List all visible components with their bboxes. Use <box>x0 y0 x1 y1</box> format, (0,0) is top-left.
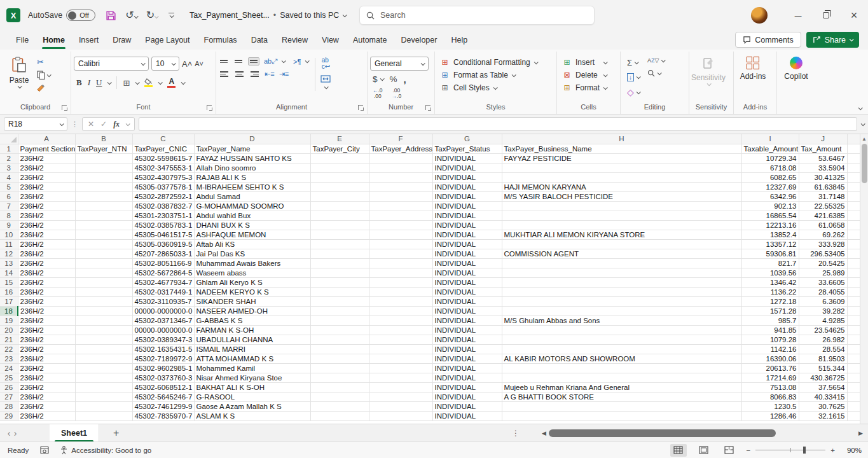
cell-filler-18[interactable] <box>847 306 860 316</box>
increase-indent-button[interactable]: ⇥≡ <box>279 70 289 78</box>
font-dialog-launcher-icon[interactable] <box>207 105 212 110</box>
cell-A24[interactable]: 236H/2 <box>18 363 75 373</box>
merge-center-chevron-icon[interactable] <box>324 85 329 89</box>
cell-E28[interactable] <box>310 401 369 411</box>
cell-G13[interactable]: INDIVIDUAL <box>432 258 502 268</box>
cell-I8[interactable]: 16865.54 <box>741 211 799 220</box>
row-header-24[interactable]: 24 <box>0 363 18 373</box>
align-center-button[interactable] <box>234 69 245 79</box>
cell-A19[interactable]: 236H/2 <box>18 316 75 325</box>
percent-format-button[interactable]: % <box>390 74 397 84</box>
italic-button[interactable]: I <box>88 78 90 88</box>
addins-button[interactable]: Add-ins <box>736 53 769 81</box>
cell-B20[interactable] <box>75 325 132 335</box>
cell-A23[interactable]: 236H/2 <box>18 354 75 363</box>
cell-filler-25[interactable] <box>847 373 860 382</box>
cell-E14[interactable] <box>310 268 369 277</box>
orientation-button[interactable]: ab⤢ <box>264 57 277 66</box>
cell-filler-11[interactable] <box>847 239 860 249</box>
cell-E9[interactable] <box>310 220 369 230</box>
cell-H17[interactable] <box>502 296 741 306</box>
cell-filler-5[interactable] <box>847 182 860 191</box>
cell-E11[interactable] <box>310 239 369 249</box>
cell-F15[interactable] <box>369 277 432 287</box>
delete-cells-button[interactable]: ⊠Delete <box>562 71 607 80</box>
cell-I17[interactable]: 1272.18 <box>741 296 799 306</box>
cell-J14[interactable]: 25.989 <box>799 268 847 277</box>
cell-I10[interactable]: 13852.4 <box>741 230 799 239</box>
cell-G12[interactable]: INDIVIDUAL <box>432 249 502 258</box>
cell-H6[interactable]: M/S YASIR BALOCH PESTICIDE <box>502 191 741 201</box>
cell-E6[interactable] <box>310 191 369 201</box>
cell-C19[interactable]: 45302-0371346-7 <box>132 316 194 325</box>
cell-F4[interactable] <box>369 172 432 182</box>
cell-E22[interactable] <box>310 344 369 354</box>
scroll-up-icon[interactable]: ▲ <box>862 134 867 143</box>
font-name-select[interactable]: Calibri <box>74 57 149 71</box>
row-header-14[interactable]: 14 <box>0 268 18 277</box>
zoom-thumb[interactable] <box>803 447 806 454</box>
column-header-G[interactable]: G <box>432 134 502 144</box>
cell-J24[interactable]: 515.344 <box>799 363 847 373</box>
cell-A4[interactable]: 236H/2 <box>18 172 75 182</box>
cell-G15[interactable]: INDIVIDUAL <box>432 277 502 287</box>
cell-F8[interactable] <box>369 211 432 220</box>
cell-B21[interactable] <box>75 335 132 344</box>
alignment-dialog-launcher-icon[interactable] <box>358 105 363 110</box>
row-header-25[interactable]: 25 <box>0 373 18 382</box>
row-header-6[interactable]: 6 <box>0 191 18 201</box>
cell-D18[interactable]: NASEER AHMED-OH <box>194 306 310 316</box>
fx-chevron-icon[interactable] <box>126 121 130 126</box>
wrap-text-button[interactable]: abc↩ <box>322 57 330 70</box>
scroll-left-icon[interactable]: ◀ <box>542 430 546 436</box>
column-header-E[interactable]: E <box>310 134 369 144</box>
row-header-19[interactable]: 19 <box>0 316 18 325</box>
cell-J12[interactable]: 296.53405 <box>799 249 847 258</box>
cell-E25[interactable] <box>310 373 369 382</box>
horizontal-scroll-thumb[interactable] <box>549 429 776 437</box>
format-painter-button[interactable] <box>37 84 50 92</box>
cell-D2[interactable]: FAYAZ HUSSAIN SAHTO KS <box>194 153 310 163</box>
cell-H7[interactable] <box>502 201 741 211</box>
cell-F2[interactable] <box>369 153 432 163</box>
cell-A13[interactable]: 236H/2 <box>18 258 75 268</box>
cell-H14[interactable] <box>502 268 741 277</box>
cell-filler-10[interactable] <box>847 230 860 239</box>
merge-center-button[interactable] <box>320 75 331 85</box>
cell-B9[interactable] <box>75 220 132 230</box>
cell-H24[interactable] <box>502 363 741 373</box>
row-header-11[interactable]: 11 <box>0 239 18 249</box>
cell-I7[interactable]: 902.13 <box>741 201 799 211</box>
cell-E12[interactable] <box>310 249 369 258</box>
cell-I27[interactable]: 8066.83 <box>741 392 799 401</box>
cell-J21[interactable]: 26.982 <box>799 335 847 344</box>
cell-E23[interactable] <box>310 354 369 363</box>
column-header-H[interactable]: H <box>502 134 741 144</box>
cell-B7[interactable] <box>75 201 132 211</box>
cell-H16[interactable] <box>502 287 741 296</box>
cell-J8[interactable]: 421.6385 <box>799 211 847 220</box>
cell-F18[interactable] <box>369 306 432 316</box>
cell-D26[interactable]: BAKHAT ALI K S-OH <box>194 382 310 392</box>
cell-A3[interactable]: 236H/2 <box>18 163 75 172</box>
cell-G18[interactable]: INDIVIDUAL <box>432 306 502 316</box>
top-align-button[interactable] <box>219 58 229 65</box>
cell-filler-24[interactable] <box>847 363 860 373</box>
cell-D7[interactable]: G-MOHAMMAD SOOMRO <box>194 201 310 211</box>
cell-B5[interactable] <box>75 182 132 191</box>
cell-D13[interactable]: Muhammad Awais Bakers <box>194 258 310 268</box>
cell-F26[interactable] <box>369 382 432 392</box>
cell-F22[interactable] <box>369 344 432 354</box>
ribbon-tab-insert[interactable]: Insert <box>72 32 106 49</box>
cell-I29[interactable]: 1286.46 <box>741 411 799 420</box>
cell-E20[interactable] <box>310 325 369 335</box>
row-header-2[interactable]: 2 <box>0 153 18 163</box>
cell-B17[interactable] <box>75 296 132 306</box>
cell-I13[interactable]: 821.7 <box>741 258 799 268</box>
customize-toolbar-icon[interactable] <box>167 13 176 18</box>
ribbon-tab-draw[interactable]: Draw <box>106 32 138 49</box>
cell-filler-28[interactable] <box>847 401 860 411</box>
accessibility-status[interactable]: Accessibility: Good to go <box>60 446 151 455</box>
cell-J26[interactable]: 37.5654 <box>799 382 847 392</box>
cell-C25[interactable]: 45302-0373760-3 <box>132 373 194 382</box>
